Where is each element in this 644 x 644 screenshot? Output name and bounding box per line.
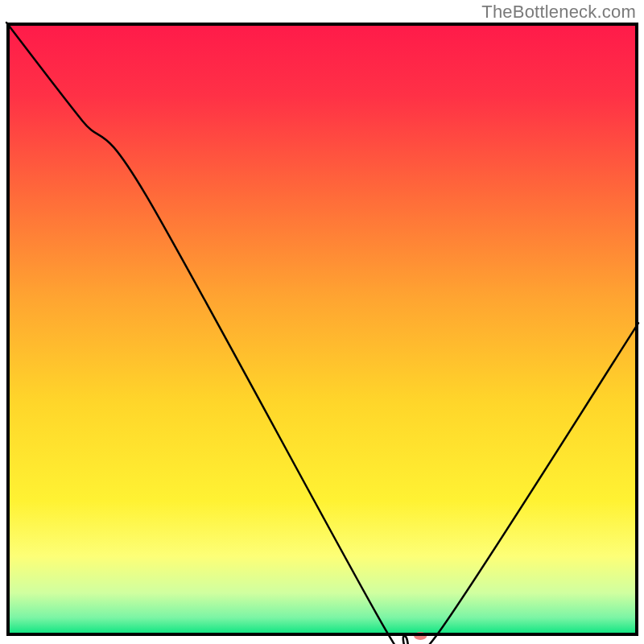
chart-container: TheBottleneck.com (0, 0, 644, 644)
plot-background (6, 23, 638, 636)
chart-svg (0, 0, 644, 644)
watermark-text: TheBottleneck.com (481, 2, 636, 23)
